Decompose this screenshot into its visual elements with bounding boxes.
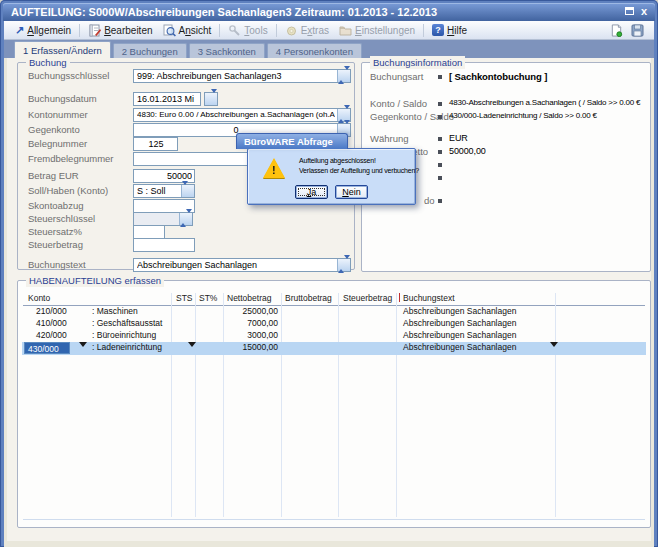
group-habenaufteilung: HABENAUFTEILUNG erfassen Konto STS ST% N…: [17, 280, 651, 528]
tab-sachkonten[interactable]: 3 Sachkonten: [189, 43, 265, 58]
bullet-icon: [438, 75, 442, 79]
document-ok-icon[interactable]: [610, 24, 623, 37]
restore-window-icon[interactable]: [625, 7, 634, 15]
buchungsschluessel-combo[interactable]: 999: Abschreibungen Sachanlagen3: [133, 69, 351, 83]
kontonummer-label: Kontonummer: [28, 109, 88, 120]
field-row: Buchungsschlüssel 999: Abschreibungen Sa…: [18, 69, 354, 84]
buchungsschluessel-label: Buchungsschlüssel: [28, 70, 109, 81]
steuerbetrag-label: Steuerbetrag: [28, 239, 83, 250]
menu-item-extras: Extras: [280, 23, 334, 38]
menu-item-tools: Tools: [223, 23, 272, 38]
buchungstext-combo[interactable]: Abschreibungen Sachanlagen: [133, 258, 351, 272]
info-row: Buchungsart [ Sachkontobuchung ]: [362, 71, 650, 84]
sollhaben-label: Soll/Haben (Konto): [28, 185, 108, 196]
fremdbelegnummer-label: Fremdbelegnummer: [28, 153, 114, 164]
dialog-title-bar[interactable]: BüroWARE Abfrage: [236, 133, 348, 149]
waehrung-label: Währung: [370, 133, 409, 144]
info-row: Währung EUR: [362, 133, 650, 146]
title-bar: AUFTEILUNG: S000W/Abschreibungen Sachanl…: [3, 3, 655, 21]
arrow-ne-icon: ↗: [15, 25, 24, 35]
yes-button[interactable]: Ja: [295, 185, 328, 199]
dialog-message: Aufteilung abgeschlossen! Verlassen der …: [299, 156, 419, 176]
gegenkonto-saldo-value: 430/000-Ladeneinrichtung / Saldo >> 0.00…: [449, 111, 597, 120]
buchungsdatum-value: 16.01.2013 Mi: [137, 94, 198, 104]
betrag-value: 50000: [137, 171, 192, 181]
save-icon[interactable]: [631, 24, 644, 37]
menu-separator: [276, 24, 277, 37]
menu-item-allgemein[interactable]: ↗ Allgemein: [10, 24, 76, 37]
steuerbetrag-input[interactable]: [133, 238, 195, 252]
konto-edit-cell[interactable]: 430/000: [24, 342, 70, 354]
tab-personenkonten[interactable]: 4 Personenkonten: [267, 43, 362, 58]
menu-separator: [423, 24, 424, 37]
spinner-button-icon: [179, 213, 192, 225]
kontonummer-combo[interactable]: 4830: Euro 0.00 / Abschreibungen a.Sacha…: [133, 108, 351, 122]
col-konto[interactable]: Konto: [28, 293, 50, 303]
table-row[interactable]: 420/000 : Büroeinrichtung 3000,00 Abschr…: [22, 330, 646, 342]
table-bottom-line: [23, 519, 645, 520]
close-icon[interactable]: x: [641, 6, 647, 16]
buchungstext-value: Abschreibungen Sachanlagen: [137, 260, 335, 270]
belegnummer-value: 125: [137, 139, 175, 149]
buchungsschluessel-value: 999: Abschreibungen Sachanlagen3: [137, 71, 335, 81]
no-button[interactable]: Nein: [335, 185, 368, 199]
betrag-label: Betrag EUR: [28, 170, 79, 181]
sollhaben-dropdown[interactable]: S : Soll: [133, 184, 195, 198]
spinner-button-icon[interactable]: [337, 259, 350, 271]
belegnummer-label: Belegnummer: [28, 138, 87, 149]
col-bruttobetrag[interactable]: Bruttobetrag: [285, 293, 332, 303]
table-row[interactable]: 410/000 : Geschäftsausstat 7000,00 Absch…: [22, 318, 646, 330]
warning-triangle-icon: !: [263, 158, 285, 178]
field-row: Kontonummer 4830: Euro 0.00 / Abschreibu…: [18, 108, 354, 123]
field-row: Buchungsdatum 16.01.2013 Mi: [18, 92, 354, 107]
field-row: Steuerbetrag: [18, 238, 354, 253]
belegnummer-input[interactable]: 125: [133, 137, 178, 151]
bullet-icon: [438, 137, 442, 141]
table-row-selected[interactable]: 430/000 : Ladeneinrichtung 15000,00 Absc…: [22, 342, 646, 355]
dropdown-arrow-icon[interactable]: [181, 185, 194, 197]
col-steuerbetrag[interactable]: Steuerbetrag: [343, 293, 392, 303]
menu-bar: ↗ Allgemein Bearbeiten Ansicht Tools Ext…: [4, 21, 654, 40]
info-row: Gegenkonto / Saldo 430/000-Ladeneinricht…: [362, 111, 650, 124]
col-sts[interactable]: STS: [176, 293, 193, 303]
edit-notebook-icon: [88, 24, 101, 37]
dialog-message-line2: Verlassen der Aufteilung und verbuchen?: [299, 166, 419, 176]
menu-item-ansicht[interactable]: Ansicht: [158, 23, 217, 38]
partially-hidden-label: do: [424, 195, 435, 206]
group-buchung-title: Buchung: [26, 56, 70, 69]
summe-netto-value: 50000,00: [449, 146, 486, 156]
table-row[interactable]: 210/000 : Maschinen 25000,00 Abschreibun…: [22, 306, 646, 318]
buchungstext-label: Buchungstext: [28, 259, 86, 270]
dialog: ! Aufteilung abgeschlossen! Verlassen de…: [247, 148, 416, 205]
dropdown-arrow-icon[interactable]: [79, 342, 87, 347]
dialog-message-line1: Aufteilung abgeschlossen!: [299, 156, 419, 166]
date-spinner-icon[interactable]: [204, 92, 218, 106]
menu-separator: [219, 24, 220, 37]
spinner-button-icon[interactable]: [337, 70, 350, 82]
sollhaben-value: S : Soll: [137, 186, 179, 196]
menu-item-bearbeiten[interactable]: Bearbeiten: [83, 23, 157, 38]
bullet-icon: [438, 176, 442, 180]
application-window: AUFTEILUNG: S000W/Abschreibungen Sachanl…: [0, 0, 658, 547]
dropdown-arrow-icon[interactable]: [550, 342, 558, 347]
menu-item-hilfe[interactable]: ? Hilfe: [427, 23, 472, 37]
steuersatz-label: Steuersatz%: [28, 226, 82, 237]
buchungsart-label: Buchungsart: [370, 71, 423, 82]
tab-bar: 1 Erfassen/Ändern 2 Buchungen 3 Sachkont…: [4, 40, 654, 58]
steuersatz-input[interactable]: [133, 225, 165, 239]
tools-icon: [228, 24, 241, 37]
col-stprozent[interactable]: ST%: [199, 293, 217, 303]
bullet-icon: [438, 150, 442, 154]
col-buchungstext[interactable]: Buchungstext: [403, 293, 455, 303]
bullet-icon: [438, 199, 442, 203]
extras-icon: [285, 24, 298, 37]
skontoabzug-label: Skontoabzug: [28, 200, 83, 211]
gegenkonto-label: Gegenkonto: [28, 124, 80, 135]
field-row: Buchungstext Abschreibungen Sachanlagen: [18, 258, 354, 273]
tab-buchungen[interactable]: 2 Buchungen: [113, 43, 187, 58]
settings-icon: [339, 24, 352, 37]
col-nettobetrag[interactable]: Nettobetrag: [227, 293, 271, 303]
bullet-icon: [438, 163, 442, 167]
buchungsdatum-input[interactable]: 16.01.2013 Mi: [133, 92, 201, 106]
steuerschluessel-label: Steuerschlüssel: [28, 213, 95, 224]
